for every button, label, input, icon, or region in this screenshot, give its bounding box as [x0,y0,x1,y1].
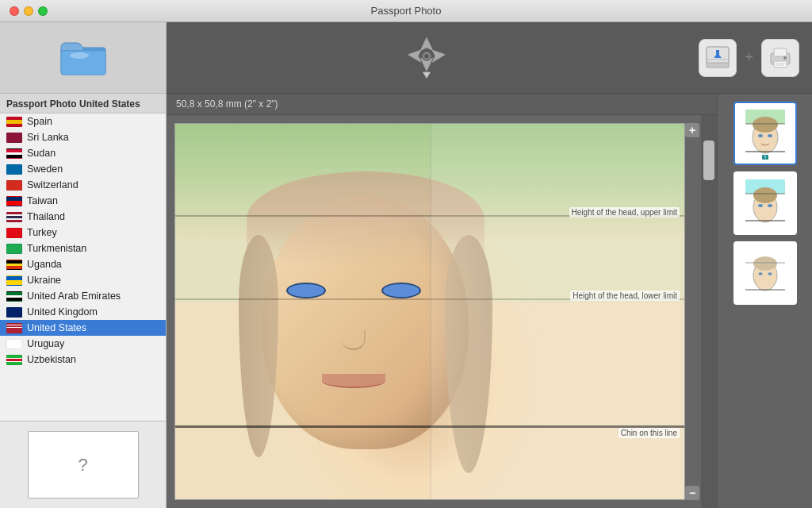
country-label: United Kingdom [27,306,98,318]
main-layout: Passport Photo United States SpainSri La… [0,22,812,508]
right-panel: T [717,94,812,508]
zoom-in-button[interactable]: + [685,123,699,137]
photo-frame: Height of the head, upper limit Height o… [174,123,685,500]
preview-placeholder: ? [78,455,87,475]
plus-separator: + [745,49,753,66]
svg-rect-22 [774,61,787,67]
photo-area: 50,8 x 50,8 mm (2" x 2") [167,94,717,508]
flag-uruguay [6,339,22,349]
country-label: Turkmenistan [27,243,86,254]
country-item-sweden[interactable]: Sweden [0,161,166,177]
svg-rect-18 [716,50,719,55]
country-item-uk[interactable]: United Kingdom [0,304,166,320]
svg-marker-4 [420,37,432,50]
photo-dimensions: 50,8 x 50,8 mm (2" x 2") [176,98,278,110]
svg-point-48 [768,272,772,275]
country-item-us[interactable]: United States [0,320,166,336]
window-controls [10,6,48,16]
svg-point-30 [758,134,763,137]
country-item-turkey[interactable]: Turkey [0,225,166,241]
svg-point-47 [758,272,762,275]
country-label: Sri Lanka [27,132,69,143]
country-label: Uruguay [27,338,64,349]
top-actions: + [686,22,812,93]
country-label: Taiwan [27,195,58,206]
country-item-uruguay[interactable]: Uruguay [0,336,166,352]
country-item-ukraine[interactable]: Ukraine [0,272,166,288]
svg-rect-21 [774,48,787,56]
svg-point-39 [753,187,777,203]
app-logo [403,34,450,82]
titlebar: Passport Photo [0,0,812,22]
country-item-srilanka[interactable]: Sri Lanka [0,129,166,145]
country-label: Switzerland [27,179,79,190]
svg-point-40 [758,204,763,207]
flag-thailand [6,212,22,222]
svg-point-29 [753,117,778,133]
flag-uzbekistan [6,355,22,365]
country-item-taiwan[interactable]: Taiwan [0,193,166,209]
svg-text:T: T [764,155,766,160]
template-card-2[interactable] [733,171,797,235]
country-item-uganda[interactable]: Uganda [0,256,166,272]
svg-point-2 [70,52,89,59]
flag-ukraine [6,275,22,286]
photo-canvas: Height of the head, upper limit Height o… [167,115,717,508]
folder-icon[interactable] [59,37,107,79]
country-item-uzbekistan[interactable]: Uzbekistan [0,352,166,368]
svg-point-31 [768,134,772,137]
flag-uganda [6,260,22,270]
svg-marker-10 [432,50,445,62]
svg-point-41 [768,204,772,207]
sidebar-header: Passport Photo United States [0,94,166,114]
flag-uk [6,307,22,318]
content-area: 50,8 x 50,8 mm (2" x 2") [167,94,812,508]
photo-dimensions-bar: 50,8 x 50,8 mm (2" x 2") [167,94,717,115]
flag-spain [6,117,22,127]
country-label: United States [27,322,86,333]
zoom-out-button[interactable]: − [685,486,699,500]
country-label: Sudan [27,148,56,159]
country-item-sudan[interactable]: Sudan [0,145,166,161]
logo-svg [403,34,450,82]
preview-box: ? [28,431,139,498]
country-label: United Arab Emirates [27,291,121,302]
scroll-track [701,115,717,508]
flag-us [6,323,22,333]
template-card-3[interactable] [733,241,797,305]
sidebar: Passport Photo United States SpainSri La… [0,22,167,508]
download-button[interactable] [699,39,737,77]
minimize-button[interactable] [24,6,33,16]
sidebar-preview: ? [0,421,166,508]
center-right-wrapper: + [167,22,812,508]
country-item-turkmenistan[interactable]: Turkmenistan [0,241,166,256]
svg-point-12 [424,53,429,58]
country-label: Spain [27,116,52,127]
country-item-switzerland[interactable]: Switzerland [0,177,166,193]
country-list[interactable]: SpainSri LankaSudanSwedenSwitzerlandTaiw… [0,114,166,421]
close-button[interactable] [10,6,19,16]
country-item-spain[interactable]: Spain [0,114,166,129]
flag-taiwan [6,196,22,206]
folder-area[interactable] [0,22,166,94]
svg-point-46 [753,256,777,271]
scroll-thumb[interactable] [703,140,714,180]
country-item-thailand[interactable]: Thailand [0,209,166,225]
template-card-1[interactable]: T [733,102,797,165]
country-label: Uganda [27,259,62,270]
right-half-overlay [430,124,684,499]
svg-marker-8 [408,50,421,62]
flag-sudan [6,148,22,159]
country-label: Uzbekistan [27,354,76,365]
country-label: Ukraine [27,275,61,286]
country-label: Turkey [27,227,57,238]
flag-switzerland [6,180,22,190]
flag-uae [6,291,22,302]
flag-turkmenistan [6,244,22,254]
maximize-button[interactable] [38,6,48,16]
window-title: Passport Photo [371,5,442,17]
print-button[interactable] [761,39,799,77]
country-item-uae[interactable]: United Arab Emirates [0,288,166,304]
flag-sweden [6,164,22,175]
top-bar: + [167,22,812,94]
